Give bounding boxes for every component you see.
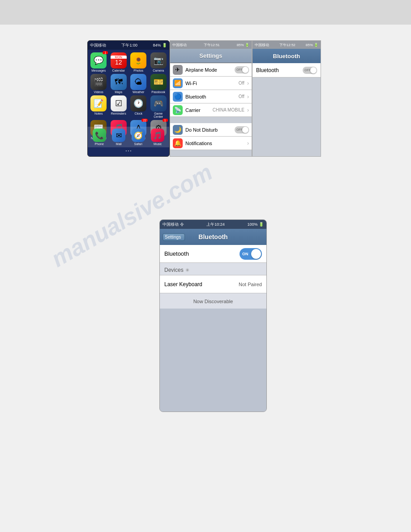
notes-label: Notes xyxy=(90,112,107,115)
bluetooth-chevron: › xyxy=(247,94,249,100)
videos-label: Videos xyxy=(90,90,107,94)
carrier-row[interactable]: 📡 Carrier CHINA MOBILE › xyxy=(170,103,252,117)
bt2-back-button[interactable]: Settings xyxy=(163,233,185,241)
bt2-devices-section: Devices ✳ xyxy=(160,263,266,275)
section-gap-1 xyxy=(170,117,252,123)
top-composite: 中国移动 下午1:00 84% 🔋 💬1 Messages MON 12 Cal… xyxy=(87,40,321,157)
wifi-value: Off xyxy=(239,81,244,86)
bluetooth-header: Bluetooth xyxy=(253,49,321,63)
notifications-icon: 🔔 xyxy=(173,138,183,148)
settings-header: Settings xyxy=(170,49,252,63)
camera-icon[interactable]: 📷 xyxy=(150,52,167,69)
settings-badge: 1 xyxy=(163,119,168,122)
wifi-label: Wi-Fi xyxy=(185,81,236,86)
maps-label: Maps xyxy=(109,90,127,94)
airplane-mode-icon: ✈ xyxy=(173,65,183,75)
dock-music[interactable]: 🎵 Music xyxy=(151,129,164,146)
calendar-label: Calendar xyxy=(109,69,127,72)
bt2-device-name: Laser Keyboard xyxy=(164,281,202,287)
page-dots: • • • xyxy=(88,149,169,153)
wifi-icon: 📶 xyxy=(173,78,183,88)
bt2-device-status: Not Paired xyxy=(239,282,262,287)
weather-icon[interactable]: 🌤 xyxy=(130,74,146,90)
maps-icon[interactable]: 🗺 xyxy=(111,74,127,90)
calendar-icon[interactable]: MON 12 xyxy=(111,52,127,69)
bluetooth-toggle[interactable]: OFF xyxy=(303,67,317,74)
bt2-searching-indicator: ✳ xyxy=(185,267,189,273)
bluetooth-status-bar: 中国移动 下午12:52 85% 🔋 xyxy=(253,41,321,49)
reminders-icon[interactable]: ☑ xyxy=(111,95,127,112)
bluetooth-settings-icon: 🔵 xyxy=(173,92,183,102)
airplane-mode-toggle[interactable]: OFF xyxy=(235,66,249,73)
carrier-icon: 📡 xyxy=(173,105,183,115)
bt2-discoverable-section: Now Discoverable xyxy=(160,293,266,309)
appstore-badge: 22 xyxy=(141,119,148,122)
notifications-label: Notifications xyxy=(185,141,244,146)
notifications-row[interactable]: 🔔 Notifications › xyxy=(170,137,252,150)
bt2-devices-label: Devices xyxy=(164,267,184,273)
dock-phone[interactable]: 📞 Phone xyxy=(93,129,106,146)
bluetooth-detail-panel: 中国移动 下午12:52 85% 🔋 Bluetooth Bluetooth O… xyxy=(252,40,321,157)
dock-mail[interactable]: ✉ Mail xyxy=(112,129,125,146)
airplane-mode-label: Airplane Mode xyxy=(185,67,232,73)
battery-label: 84% 🔋 xyxy=(153,43,167,47)
general-row[interactable]: ⚙ General 1 › xyxy=(170,156,252,157)
bt2-bluetooth-row[interactable]: Bluetooth ON xyxy=(160,245,266,263)
bt2-title: Bluetooth xyxy=(198,233,227,240)
photos-icon[interactable]: 🌻 xyxy=(130,52,146,69)
bluetooth-panel-title: Bluetooth xyxy=(273,53,300,60)
app-icon-item[interactable]: 📷 Camera xyxy=(149,52,167,72)
messages-icon[interactable]: 💬1 xyxy=(90,52,107,69)
carrier-value: CHINA MOBILE xyxy=(213,107,244,112)
bt-time: 下午12:52 xyxy=(279,43,295,47)
app-icon-item[interactable]: 🌤 Weather xyxy=(129,74,147,94)
bt2-bluetooth-toggle[interactable]: ON xyxy=(240,248,262,260)
app-icon-item[interactable]: 🎫 Passbook xyxy=(149,74,167,94)
bt2-header: Settings Bluetooth xyxy=(160,229,266,245)
dock-safari[interactable]: 🧭 Safari xyxy=(132,129,145,146)
bt-carrier: 中国移动 xyxy=(255,43,269,47)
app-icon-item[interactable]: 📝 Notes xyxy=(90,95,107,118)
settings-carrier: 中国移动 xyxy=(172,43,187,47)
dock-safari-label: Safari xyxy=(132,142,145,146)
app-icon-item[interactable]: 🎮 Game Center xyxy=(149,95,167,118)
weather-label: Weather xyxy=(129,90,147,94)
bt2-battery: 100% 🔋 xyxy=(247,222,264,227)
section-gap-2 xyxy=(170,150,252,156)
bluetooth-toggle-row[interactable]: Bluetooth OFF xyxy=(253,63,321,77)
settings-battery: 85% 🔋 xyxy=(237,43,249,47)
notes-icon[interactable]: 📝 xyxy=(90,95,107,112)
bt2-device-row[interactable]: Laser Keyboard Not Paired xyxy=(160,275,266,293)
app-icon-item[interactable]: 🗺 Maps xyxy=(109,74,127,94)
dnd-toggle[interactable]: OFF xyxy=(235,126,249,133)
app-icon-item[interactable]: 🎬 Videos xyxy=(90,74,107,94)
app-icon-item[interactable]: MON 12 Calendar xyxy=(109,52,127,72)
app-icon-item[interactable]: ☑ Reminders xyxy=(109,95,127,118)
dock-music-label: Music xyxy=(151,142,164,146)
iphone-status-bar: 中国移动 下午1:00 84% 🔋 xyxy=(88,41,169,50)
wifi-chevron: › xyxy=(247,80,249,86)
settings-panel: 中国移动 下午12:51 85% 🔋 Settings ✈ Airplane M… xyxy=(170,40,252,157)
gamecenter-icon[interactable]: 🎮 xyxy=(150,95,167,112)
settings-title: Settings xyxy=(199,52,222,59)
app-icon-item[interactable]: 💬1 Messages xyxy=(90,52,107,72)
videos-icon[interactable]: 🎬 xyxy=(90,74,107,90)
dnd-icon: 🌙 xyxy=(173,125,183,135)
bluetooth-toggle-label: Bluetooth xyxy=(256,67,279,73)
clock-icon[interactable]: 🕐 xyxy=(130,95,146,112)
time-label: 下午1:00 xyxy=(121,43,137,48)
wifi-row[interactable]: 📶 Wi-Fi Off › xyxy=(170,77,252,90)
photos-label: Photos xyxy=(129,69,147,72)
bluetooth-row[interactable]: 🔵 Bluetooth Off › xyxy=(170,90,252,103)
bt2-bluetooth-label: Bluetooth xyxy=(164,250,189,257)
bt2-time: 上午10:24 xyxy=(206,222,225,227)
app-icon-item[interactable]: 🌻 Photos xyxy=(129,52,147,72)
carrier-settings-label: Carrier xyxy=(185,107,210,113)
gamecenter-label: Game Center xyxy=(149,112,167,118)
do-not-disturb-row[interactable]: 🌙 Do Not Disturb OFF xyxy=(170,123,252,137)
airplane-mode-row[interactable]: ✈ Airplane Mode OFF xyxy=(170,63,252,77)
app-icon-item[interactable]: 🕐 Clock xyxy=(129,95,147,118)
bottom-bluetooth-screen: 中国移动 令 上午10:24 100% 🔋 Settings Bluetooth… xyxy=(159,219,267,412)
home-dock: 📞 Phone ✉ Mail 🧭 Safari 🎵 Music xyxy=(88,127,169,147)
passbook-icon[interactable]: 🎫 xyxy=(150,74,167,90)
